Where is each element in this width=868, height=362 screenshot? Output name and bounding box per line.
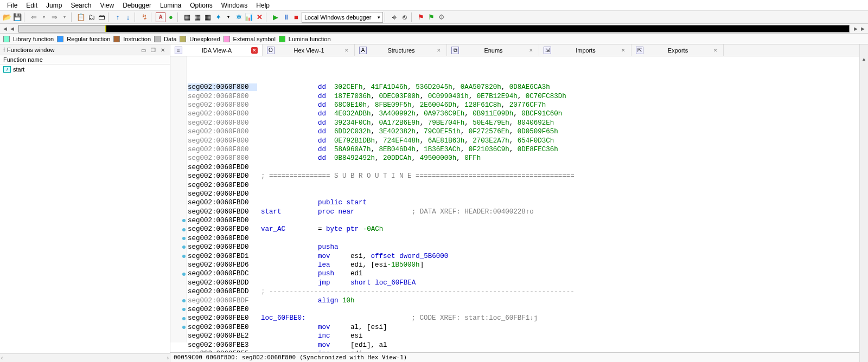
copy-icon[interactable]: 📋	[76, 12, 86, 22]
breakpoint-dot[interactable]	[182, 219, 186, 222]
save-icon[interactable]: 💾	[12, 12, 22, 22]
disasm-line[interactable]: seg002:0060FBD0	[188, 163, 868, 172]
chart-icon[interactable]: 📊	[244, 12, 254, 22]
disassembly-view[interactable]: seg002:0060F800 dd 302CEFh, 41FA1D46h, 5…	[170, 56, 868, 352]
tab-imports[interactable]: ⇲Imports✕	[539, 44, 631, 56]
breakpoint-dot[interactable]	[182, 308, 186, 311]
breakpoint-icon[interactable]: ●	[166, 12, 176, 22]
disasm-line[interactable]: seg002:0060FBDF align 10h	[188, 296, 868, 305]
nav-left2-icon[interactable]: ◀	[9, 26, 15, 31]
breakpoint-dot[interactable]	[182, 237, 186, 240]
nav-back-icon[interactable]: ⇐	[29, 12, 39, 22]
plugin-icon-3[interactable]: ⚙	[437, 12, 446, 22]
drop-icon[interactable]: ▾	[224, 12, 233, 22]
disasm-line[interactable]: seg002:0060F800 dd 6DD2C032h, 3E402382h,…	[188, 127, 868, 136]
snow-icon[interactable]: ❄	[234, 12, 244, 22]
menu-view[interactable]: View	[96, 1, 118, 10]
disasm-line[interactable]: seg002:0060F800 dd 4E032ADBh, 3A400992h,…	[188, 109, 868, 118]
pause-icon[interactable]: ⏸	[281, 12, 291, 22]
nav-right-icon[interactable]: ▶	[853, 26, 859, 31]
goto-icon[interactable]: ↯	[139, 12, 149, 22]
disasm-line[interactable]: seg002:0060FBD0 var_AC = byte ptr -0ACh	[188, 225, 868, 234]
tab-exports[interactable]: ⇱Exports✕	[631, 44, 724, 56]
disasm-line[interactable]: seg002:0060FBD0	[188, 181, 868, 190]
open-icon[interactable]: 📂	[2, 12, 12, 22]
menu-help[interactable]: Help	[252, 1, 273, 10]
tab-close-icon[interactable]: ✕	[251, 47, 258, 54]
menu-options[interactable]: Options	[186, 1, 216, 10]
nav-fwd-icon[interactable]: ⇒	[49, 12, 59, 22]
disasm-line[interactable]: seg002:0060FBE5 inc edi	[188, 350, 868, 352]
disasm-line[interactable]: seg002:0060F800 dd 0B8492492h, 20DDCAh, …	[188, 154, 868, 163]
disasm-line[interactable]: seg002:0060FBE0	[188, 305, 868, 314]
disasm-line[interactable]: seg002:0060F800 dd 68C0E10h, 8FBE09F5h, …	[188, 101, 868, 109]
disasm-line[interactable]: seg002:0060FBD0 start proc near ; DATA X…	[188, 208, 868, 216]
view-icon-3[interactable]: ▦	[203, 12, 213, 22]
panel-minimize-icon[interactable]: ▭	[139, 47, 148, 53]
dbg-icon-1[interactable]: ⎆	[390, 12, 399, 22]
functions-scrollbar[interactable]: ‹›	[0, 353, 170, 362]
vertical-scrollbar[interactable]	[859, 44, 868, 362]
breakpoint-dot[interactable]	[182, 255, 186, 258]
disasm-line[interactable]: seg002:0060F800 dd 0E792B1DBh, 724EF448h…	[188, 137, 868, 145]
menu-lumina[interactable]: Lumina	[156, 1, 185, 10]
function-item[interactable]: fstart	[2, 66, 168, 73]
panel-float-icon[interactable]: ❐	[149, 47, 157, 53]
tab-enums[interactable]: ⧉Enums✕	[447, 44, 539, 56]
menu-file[interactable]: File	[3, 1, 21, 10]
tab-ida-view-a[interactable]: ≡IDA View-A✕	[170, 44, 263, 56]
dbg-icon-2[interactable]: ⎋	[400, 12, 410, 22]
nav-right2-icon[interactable]: ▶	[860, 26, 866, 31]
tab-close-icon[interactable]: ✕	[343, 47, 350, 54]
disasm-line[interactable]: seg002:0060FBD1 mov esi, offset dword_5B…	[188, 252, 868, 261]
disasm-line[interactable]: seg002:0060FBD6 lea edi, [esi-1B5000h]	[188, 261, 868, 269]
breakpoint-dot[interactable]	[182, 273, 186, 276]
disasm-line[interactable]: seg002:0060FBD0	[188, 216, 868, 225]
tab-structures[interactable]: AStructures✕	[355, 44, 447, 56]
text-icon[interactable]: A	[156, 12, 165, 22]
disasm-line[interactable]: seg002:0060FBD0	[188, 234, 868, 243]
breakpoint-dot[interactable]	[182, 245, 186, 249]
tab-close-icon[interactable]: ✕	[528, 47, 534, 54]
disasm-line[interactable]: seg002:0060FBDD jmp short loc_60FBEA	[188, 279, 868, 287]
run-icon[interactable]: ▶	[271, 12, 280, 22]
disasm-line[interactable]: seg002:0060FBD0 public start	[188, 198, 868, 207]
tool-icon-1[interactable]: 🗂	[86, 12, 96, 22]
disasm-line[interactable]: seg002:0060FBD0 pusha	[188, 243, 868, 251]
stop-icon[interactable]: ■	[291, 12, 301, 22]
disasm-line[interactable]: seg002:0060FBD0	[188, 190, 868, 198]
disasm-line[interactable]: seg002:0060F800 dd 302CEFh, 41FA1D46h, 5…	[188, 83, 868, 92]
menu-jump[interactable]: Jump	[42, 1, 66, 10]
disasm-line[interactable]: seg002:0060FBDD ; ----------------------…	[188, 287, 868, 296]
breakpoint-dot[interactable]	[182, 317, 186, 320]
delete-icon[interactable]: ✕	[254, 12, 264, 22]
disasm-line[interactable]: seg002:0060FBE0 mov al, [esi]	[188, 323, 868, 332]
arrow-down-icon[interactable]: ↓	[123, 12, 133, 22]
breakpoint-dot[interactable]	[182, 299, 186, 302]
tab-close-icon[interactable]: ✕	[436, 47, 442, 54]
disasm-line[interactable]: seg002:0060FBDC push edi	[188, 269, 868, 278]
menu-debugger[interactable]: Debugger	[119, 1, 155, 10]
tab-close-icon[interactable]: ✕	[712, 47, 719, 54]
disasm-line[interactable]: seg002:0060FBD0 ; =============== S U B …	[188, 172, 868, 180]
panel-close-icon[interactable]: ✕	[159, 47, 167, 53]
functions-list[interactable]: fstart	[0, 64, 170, 353]
disasm-line[interactable]: seg002:0060F800 dd 39234F0Ch, 0A172B6E9h…	[188, 119, 868, 127]
menu-edit[interactable]: Edit	[22, 1, 41, 10]
disasm-line[interactable]: seg002:0060F800 dd 58A960A7h, 8EB046D4h,…	[188, 145, 868, 154]
view-icon-1[interactable]: ▦	[182, 12, 192, 22]
tab-close-icon[interactable]: ✕	[620, 47, 627, 54]
menu-windows[interactable]: Windows	[218, 1, 252, 10]
view-icon-2[interactable]: ▦	[193, 12, 202, 22]
disasm-line[interactable]: seg002:0060FBE0 loc_60FBE0: ; CODE XREF:…	[188, 314, 868, 322]
tool-icon-2[interactable]: 🗃	[97, 12, 106, 22]
plugin-icon-2[interactable]: ⚑	[426, 12, 436, 22]
breakpoint-dot[interactable]	[182, 326, 186, 329]
functions-column-header[interactable]: Function name	[0, 55, 170, 64]
trace-icon[interactable]: ✦	[213, 12, 223, 22]
arrow-up-icon[interactable]: ↑	[113, 12, 123, 22]
disasm-line[interactable]: seg002:0060FBE2 inc esi	[188, 332, 868, 340]
nav-back-drop-icon[interactable]: ▾	[39, 12, 49, 22]
breakpoint-dot[interactable]	[182, 228, 186, 231]
debugger-select[interactable]: Local Windows debugger	[302, 12, 383, 23]
